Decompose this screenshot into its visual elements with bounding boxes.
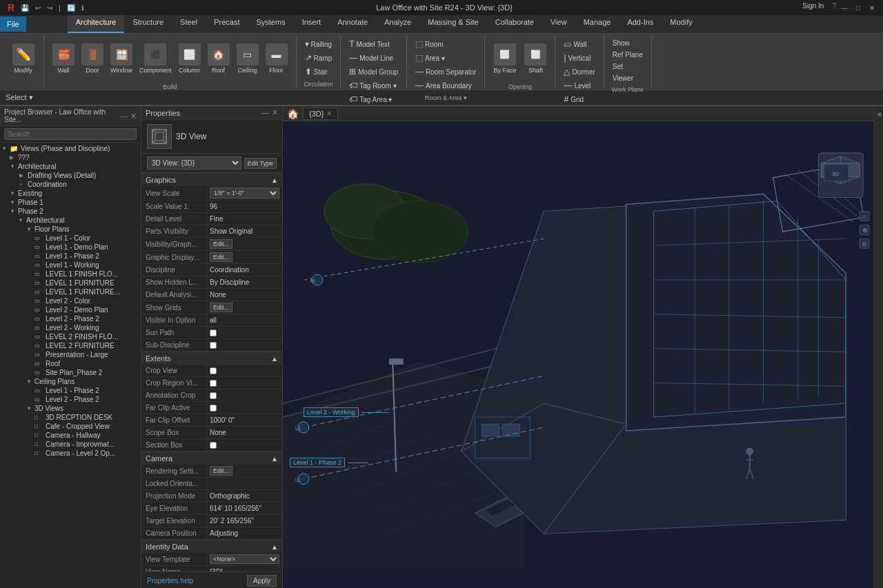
prop-val[interactable] <box>207 389 282 401</box>
vis-graph-btn[interactable]: Edit... <box>210 239 232 249</box>
pb-search-input[interactable] <box>4 128 137 140</box>
tree-coordination[interactable]: + Coordination <box>0 180 141 189</box>
tree-3dviews[interactable]: ▼ 3D Views <box>0 404 141 413</box>
prop-val[interactable]: 1/8" = 1'-0" <box>207 186 282 200</box>
tree-l1working[interactable]: ▭ Level 1 - Working <box>0 261 141 270</box>
tab-collaborate[interactable]: Collaborate <box>487 15 542 33</box>
tab-systems[interactable]: Systems <box>248 15 293 33</box>
tab-architecture[interactable]: Architecture <box>68 15 125 33</box>
show-workplane-btn[interactable]: Show <box>610 38 646 48</box>
set-workplane-btn[interactable]: Set <box>610 61 646 72</box>
tree-ceiling-plans[interactable]: ▼ Ceiling Plans <box>0 377 141 386</box>
door-btn[interactable]: 🚪 Door <box>79 38 106 79</box>
wall-btn[interactable]: 🧱 Wall <box>50 38 77 79</box>
tree-views-root[interactable]: ▼ 📁 Views (Phase and Discipline) <box>0 144 141 153</box>
help-btn[interactable]: ? <box>832 2 836 13</box>
prop-val[interactable] <box>207 402 282 414</box>
tree-l1finish[interactable]: ▭ LEVEL 1 FINISH FLO... <box>0 270 141 278</box>
crop-view-checkbox[interactable] <box>210 367 217 374</box>
railing-btn[interactable]: ▾ Railing <box>302 38 335 50</box>
sub-discipline-checkbox[interactable] <box>210 342 217 349</box>
room-btn[interactable]: ⬚ Room <box>413 38 479 50</box>
view-scale-select[interactable]: 1/8" = 1'-0" <box>210 187 279 199</box>
tree-l2working[interactable]: ▭ Level 2 - Working <box>0 323 141 332</box>
datum-vertical-btn[interactable]: | Vertical <box>561 52 597 64</box>
prop-close[interactable]: ✕ <box>272 108 278 117</box>
close-btn[interactable]: ✕ <box>866 2 877 13</box>
tree-hallway[interactable]: □ Camera - Hallway <box>0 431 141 440</box>
rendering-btn[interactable]: Edit... <box>210 466 232 476</box>
prop-val[interactable]: Edit... <box>207 251 282 263</box>
grid-btn[interactable]: # Grid <box>561 93 597 105</box>
prop-type-dropdown[interactable]: 3D View: {3D} <box>147 156 241 170</box>
annotation-crop-checkbox[interactable] <box>210 392 217 399</box>
tag-area-btn[interactable]: 🏷 Tag Area ▾ <box>346 93 401 105</box>
tree-3d-reception[interactable]: □ 3D RECPTION DESK <box>0 413 141 422</box>
tab-manage[interactable]: Manage <box>575 15 619 33</box>
tree-drafting[interactable]: ▶ Drafting Views (Detail) <box>0 171 141 180</box>
tab-structure[interactable]: Structure <box>124 15 172 33</box>
floor-btn[interactable]: ▬ Floor <box>263 38 290 79</box>
model-text-btn[interactable]: T Model Text <box>346 38 401 50</box>
tab-view[interactable]: View <box>542 15 575 33</box>
prop-val[interactable]: Edit... <box>207 238 282 250</box>
prop-section-camera[interactable]: Camera ▲ <box>141 452 282 465</box>
title-left-icons[interactable]: R 💾 ↩ ↪ | 🔄 ℹ <box>6 1 86 14</box>
info-btn[interactable]: ℹ <box>79 3 86 12</box>
viewer-btn[interactable]: Viewer <box>610 73 646 83</box>
tree-l2finish[interactable]: ▭ LEVEL 2 FINISH FLO... <box>0 332 141 341</box>
prop-val[interactable] <box>207 339 282 351</box>
prop-minimize[interactable]: — <box>261 108 269 117</box>
datum-wall-btn[interactable]: ▭ Wall <box>561 38 597 50</box>
prop-section-graphics[interactable]: Graphics ▲ <box>141 173 282 186</box>
tab-massing[interactable]: Massing & Site <box>419 15 486 33</box>
tree-floorplans[interactable]: ▼ Floor Plans <box>0 225 141 234</box>
far-clip-checkbox[interactable] <box>210 405 217 412</box>
undo[interactable]: ↩ <box>33 3 43 12</box>
prop-val[interactable] <box>207 365 282 376</box>
model-group-btn[interactable]: ⊞ Model Group <box>346 65 401 78</box>
tree-existing[interactable]: ▼ Existing <box>0 189 141 198</box>
model-line-btn[interactable]: — Model Line <box>346 52 401 64</box>
tab-annotate[interactable]: Annotate <box>329 15 376 33</box>
component-btn[interactable]: ⬛ Component <box>137 38 175 79</box>
tree-l1color[interactable]: ▭ Level 1 - Color <box>0 234 141 243</box>
quick-save[interactable]: 💾 <box>19 3 31 12</box>
tree-architectural[interactable]: ▼ Architectural <box>0 162 141 171</box>
prop-val[interactable]: <None> <box>207 553 282 565</box>
window-btn[interactable]: 🪟 Window <box>108 38 135 79</box>
apply-btn[interactable]: Apply <box>247 575 277 587</box>
crop-region-checkbox[interactable] <box>210 380 217 387</box>
tree-presentation[interactable]: ▭ Presentation - Large <box>0 350 141 359</box>
datum-dormer-btn[interactable]: △ Dormer <box>561 65 597 78</box>
tree-l2op[interactable]: □ Camera - Level 2 Op... <box>0 449 141 458</box>
area-btn[interactable]: ⬚ Area ▾ <box>413 52 479 64</box>
section-box-checkbox[interactable] <box>210 442 217 449</box>
prop-val[interactable]: Edit... <box>207 301 282 314</box>
prop-val[interactable] <box>207 439 282 451</box>
tab-analyze[interactable]: Analyze <box>376 15 419 33</box>
view-template-select[interactable]: <None> <box>210 554 279 564</box>
viewport-canvas[interactable]: L2 L1 Rf TOP 3D <box>283 121 873 588</box>
redo[interactable]: ↪ <box>45 3 54 12</box>
tree-l2phase2[interactable]: ▭ Level 2 - Phase 2 <box>0 314 141 323</box>
tree-roof[interactable]: ▭ Roof <box>0 359 141 368</box>
shaft-btn[interactable]: ⬜ Shaft <box>522 38 549 79</box>
tree-l2color[interactable]: ▭ Level 2 - Color <box>0 296 141 305</box>
ramp-btn[interactable]: ↗ Ramp <box>302 52 335 64</box>
tab-addins[interactable]: Add-Ins <box>619 15 662 33</box>
column-btn[interactable]: ⬜ Column <box>176 38 204 79</box>
ref-plane-btn[interactable]: Ref Plane <box>610 50 646 60</box>
sign-in-btn[interactable]: Sign In <box>802 2 824 13</box>
area-boundary-btn[interactable]: — Area Boundary <box>413 79 479 92</box>
tab-insert[interactable]: Insert <box>294 15 330 33</box>
pb-minimize[interactable]: — <box>120 112 128 121</box>
roof-btn[interactable]: 🏠 Roof <box>205 38 232 79</box>
pb-close[interactable]: ✕ <box>130 112 137 121</box>
room-separator-btn[interactable]: — Room Separator <box>413 65 479 78</box>
prop-section-identity[interactable]: Identity Data ▲ <box>141 540 282 553</box>
tab-precast[interactable]: Precast <box>206 15 248 33</box>
edit-type-btn[interactable]: Edit Type <box>244 158 277 169</box>
minimize-btn[interactable]: — <box>839 2 850 13</box>
prop-val[interactable]: Edit... <box>207 465 282 477</box>
